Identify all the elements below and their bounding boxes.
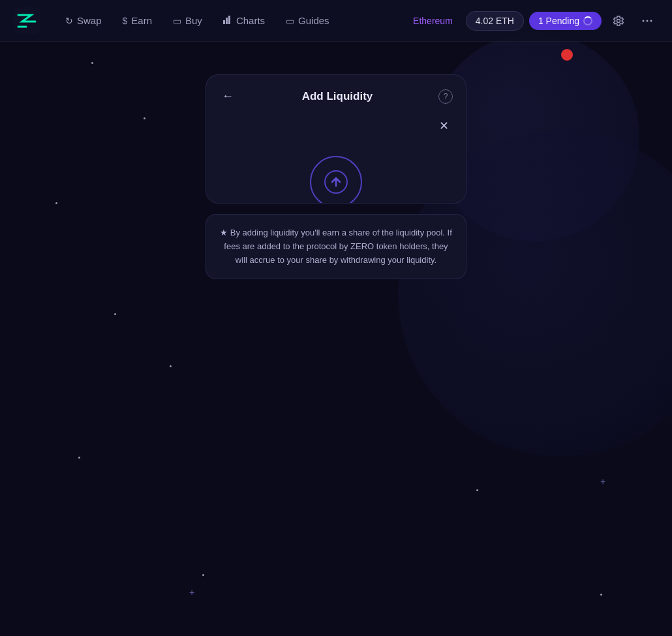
nav-guides[interactable]: ▭ Guides xyxy=(277,10,339,31)
swap-icon: ↻ xyxy=(65,16,73,26)
nav-charts[interactable]: Charts xyxy=(214,10,274,31)
navbar: ↻ Swap $ Earn ▭ Buy Charts ▭ Guides xyxy=(0,0,672,42)
pending-button[interactable]: 1 Pending xyxy=(529,12,602,30)
svg-point-6 xyxy=(650,20,652,22)
close-row: ✕ xyxy=(219,109,453,143)
info-box: ★ By adding liquidity you'll earn a shar… xyxy=(206,214,466,279)
nav-buy[interactable]: ▭ Buy xyxy=(164,10,211,31)
charts-label: Charts xyxy=(236,15,265,26)
eth-balance: 4.02 ETH xyxy=(466,11,524,31)
nav-right: Ethereum 4.02 ETH 1 Pending xyxy=(405,9,659,33)
earn-label: Earn xyxy=(131,15,152,26)
svg-rect-3 xyxy=(228,16,230,24)
nav-links: ↻ Swap $ Earn ▭ Buy Charts ▭ Guides xyxy=(56,10,405,31)
svg-point-5 xyxy=(647,20,649,22)
tx-upload-icon xyxy=(310,156,362,204)
charts-icon xyxy=(223,15,232,26)
close-modal-button[interactable]: ✕ xyxy=(435,117,453,135)
card-title: Add Liquidity xyxy=(302,90,373,103)
back-button[interactable]: ← xyxy=(219,87,236,106)
svg-rect-1 xyxy=(223,20,225,24)
network-button[interactable]: Ethereum xyxy=(405,12,461,30)
main-content: ← Add Liquidity ? Input Balance: 10,123.… xyxy=(0,42,672,636)
nav-earn[interactable]: $ Earn xyxy=(114,10,161,31)
nav-swap[interactable]: ↻ Swap xyxy=(56,10,111,31)
tx-icon-container xyxy=(219,156,453,204)
more-options-button[interactable] xyxy=(635,9,659,33)
pending-label: 1 Pending xyxy=(538,16,579,26)
guides-label: Guides xyxy=(298,15,329,26)
settings-button[interactable] xyxy=(607,9,630,33)
buy-label: Buy xyxy=(185,15,202,26)
info-text: ★ By adding liquidity you'll earn a shar… xyxy=(219,226,453,267)
tx-submitted-modal: ✕ Transaction Submitted View on Ethereum… xyxy=(206,109,466,204)
help-button[interactable]: ? xyxy=(438,89,453,104)
pending-spinner xyxy=(583,16,592,25)
svg-rect-2 xyxy=(226,18,228,24)
earn-icon: $ xyxy=(123,16,128,26)
logo[interactable] xyxy=(13,7,40,35)
guides-icon: ▭ xyxy=(286,16,294,26)
svg-point-4 xyxy=(643,20,645,22)
card-container: ← Add Liquidity ? Input Balance: 10,123.… xyxy=(206,74,466,279)
swap-label: Swap xyxy=(77,15,102,26)
buy-icon: ▭ xyxy=(173,16,181,26)
add-liquidity-card: ← Add Liquidity ? Input Balance: 10,123.… xyxy=(206,74,466,204)
